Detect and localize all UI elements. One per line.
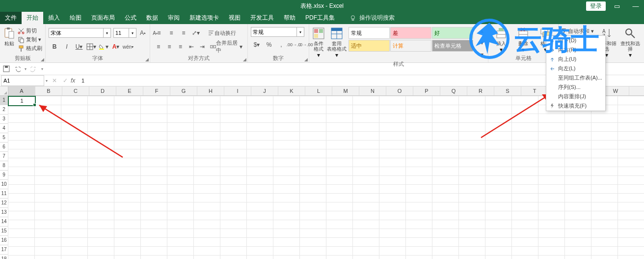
qat-customize-icon[interactable]: ▾ bbox=[41, 67, 43, 71]
dialog-launcher-icon[interactable]: ◢ bbox=[304, 57, 308, 62]
cut-button[interactable]: 剪切 bbox=[18, 27, 42, 34]
style-good[interactable]: 好 bbox=[432, 27, 473, 39]
fill-flash-item[interactable]: 快速填充(F) bbox=[546, 101, 605, 111]
format-as-table-button[interactable]: 套用 表格格式▾ bbox=[327, 25, 347, 58]
dialog-launcher-icon[interactable]: ◢ bbox=[145, 57, 149, 62]
insert-button[interactable]: 插入▾ bbox=[491, 25, 511, 53]
tab-draw[interactable]: 绘图 bbox=[65, 12, 86, 24]
col-header[interactable]: S bbox=[494, 86, 521, 95]
increase-decimal-button[interactable]: .00→.0 bbox=[288, 39, 299, 51]
row-header[interactable]: 15 bbox=[0, 227, 8, 236]
style-check[interactable]: 检查单元格 bbox=[432, 40, 473, 52]
row-header[interactable]: 5 bbox=[0, 133, 8, 143]
ribbon-display-options-icon[interactable]: ▭ bbox=[610, 2, 624, 10]
border-button[interactable]: ▾ bbox=[85, 41, 97, 53]
delete-button[interactable]: 删除▾ bbox=[513, 25, 534, 53]
col-header[interactable]: E bbox=[116, 86, 143, 95]
fill-justify-item[interactable]: 内容重排(J) bbox=[546, 92, 605, 101]
align-middle-button[interactable]: ≡ bbox=[165, 27, 177, 39]
fill-up-item[interactable]: 向上(U) bbox=[546, 55, 605, 64]
dialog-launcher-icon[interactable]: ◢ bbox=[243, 57, 246, 62]
font-color-button[interactable]: A▾ bbox=[110, 41, 122, 53]
fill-right-item[interactable]: 向右(R) bbox=[546, 45, 605, 55]
align-top-button[interactable]: ≡ bbox=[153, 27, 165, 39]
save-icon[interactable] bbox=[3, 65, 10, 72]
row-header[interactable]: 9 bbox=[0, 171, 8, 180]
col-header[interactable]: C bbox=[62, 86, 89, 95]
accounting-button[interactable]: $▾ bbox=[251, 39, 263, 51]
fill-series-item[interactable]: 序列(S)... bbox=[546, 83, 605, 92]
row-header[interactable]: 17 bbox=[0, 245, 8, 255]
dialog-launcher-icon[interactable]: ◢ bbox=[41, 57, 44, 62]
col-header[interactable]: M bbox=[332, 86, 359, 95]
col-header[interactable]: J bbox=[251, 86, 278, 95]
merge-button[interactable]: 合并后居中▾ bbox=[208, 41, 244, 53]
tab-data[interactable]: 数据 bbox=[141, 12, 163, 24]
col-header[interactable]: F bbox=[143, 86, 170, 95]
style-normal[interactable]: 常规 bbox=[349, 27, 390, 39]
tab-new[interactable]: 新建选项卡 bbox=[185, 12, 224, 24]
login-button[interactable]: 登录 bbox=[586, 1, 606, 11]
col-header[interactable]: D bbox=[89, 86, 116, 95]
row-header[interactable]: 11 bbox=[0, 189, 8, 199]
col-header[interactable]: B bbox=[35, 86, 62, 95]
worksheet-grid[interactable]: A B C D E F G H I J K L M N O P Q R S T … bbox=[0, 86, 644, 259]
fill-color-button[interactable]: ▾ bbox=[98, 41, 109, 53]
tab-pdf[interactable]: PDF工具集 bbox=[300, 12, 340, 24]
fill-down-item[interactable]: 向下(D) bbox=[546, 36, 605, 45]
paste-button[interactable]: 粘贴 bbox=[3, 25, 16, 46]
tab-layout[interactable]: 页面布局 bbox=[86, 12, 120, 24]
find-select-button[interactable]: 查找和选择▾ bbox=[619, 25, 641, 58]
row-header[interactable]: 12 bbox=[0, 199, 8, 208]
name-box[interactable] bbox=[1, 75, 44, 86]
tell-me-search[interactable]: 操作说明搜索 bbox=[349, 14, 395, 24]
tab-home[interactable]: 开始 bbox=[22, 12, 43, 24]
tab-formulas[interactable]: 公式 bbox=[120, 12, 141, 24]
underline-button[interactable]: U▾ bbox=[73, 41, 85, 53]
style-gallery-up-icon[interactable]: ▴ bbox=[476, 25, 488, 37]
tab-file[interactable]: 文件 bbox=[0, 12, 22, 24]
col-header[interactable]: O bbox=[386, 86, 413, 95]
percent-button[interactable]: % bbox=[263, 39, 275, 51]
style-calc[interactable]: 计算 bbox=[390, 40, 431, 52]
col-header[interactable]: N bbox=[359, 86, 386, 95]
col-header[interactable]: W bbox=[602, 86, 629, 95]
tab-view[interactable]: 视图 bbox=[224, 12, 245, 24]
conditional-format-button[interactable]: 条件格式▾ bbox=[312, 25, 325, 58]
indent-decrease-button[interactable]: ⇤ bbox=[186, 41, 196, 53]
select-all-corner[interactable] bbox=[0, 86, 8, 95]
comma-button[interactable]: , bbox=[275, 39, 287, 51]
row-header[interactable]: 2 bbox=[0, 105, 8, 115]
number-format-combo[interactable]: ▾ bbox=[251, 27, 304, 37]
col-header[interactable]: I bbox=[224, 86, 251, 95]
cancel-formula-icon[interactable]: ✕ bbox=[49, 77, 60, 84]
align-right-button[interactable]: ≡ bbox=[175, 41, 186, 53]
align-center-button[interactable]: ≡ bbox=[164, 41, 174, 53]
tab-developer[interactable]: 开发工具 bbox=[245, 12, 279, 24]
row-header[interactable]: 8 bbox=[0, 161, 8, 171]
row-header[interactable]: 13 bbox=[0, 208, 8, 217]
wrap-text-button[interactable]: 自动换行 bbox=[206, 27, 238, 39]
tab-insert[interactable]: 插入 bbox=[43, 12, 65, 24]
undo-dropdown-icon[interactable]: ▾ bbox=[25, 67, 27, 71]
redo-icon[interactable] bbox=[30, 65, 37, 72]
font-size-combo[interactable]: ▾ bbox=[113, 28, 136, 38]
enter-formula-icon[interactable]: ✓ bbox=[60, 77, 71, 84]
phonetic-button[interactable]: wén▾ bbox=[122, 41, 134, 53]
bold-button[interactable]: B bbox=[49, 41, 60, 53]
grow-font-button[interactable]: A▴ bbox=[137, 27, 149, 39]
row-header[interactable]: 4 bbox=[0, 124, 8, 133]
italic-button[interactable]: I bbox=[61, 41, 73, 53]
row-header[interactable]: 3 bbox=[0, 115, 8, 124]
row-header[interactable]: 1 bbox=[0, 96, 8, 105]
row-header[interactable]: 6 bbox=[0, 143, 8, 152]
fill-left-item[interactable]: 向左(L) bbox=[546, 64, 605, 73]
align-bottom-button[interactable]: ≡ bbox=[178, 27, 189, 39]
col-header[interactable]: R bbox=[467, 86, 494, 95]
minimize-icon[interactable]: — bbox=[628, 2, 643, 10]
col-header[interactable]: L bbox=[305, 86, 332, 95]
col-header[interactable]: Q bbox=[440, 86, 467, 95]
col-header[interactable]: P bbox=[413, 86, 440, 95]
fill-across-item[interactable]: 至同组工作表(A)... bbox=[546, 73, 605, 83]
row-header[interactable]: 18 bbox=[0, 255, 8, 259]
